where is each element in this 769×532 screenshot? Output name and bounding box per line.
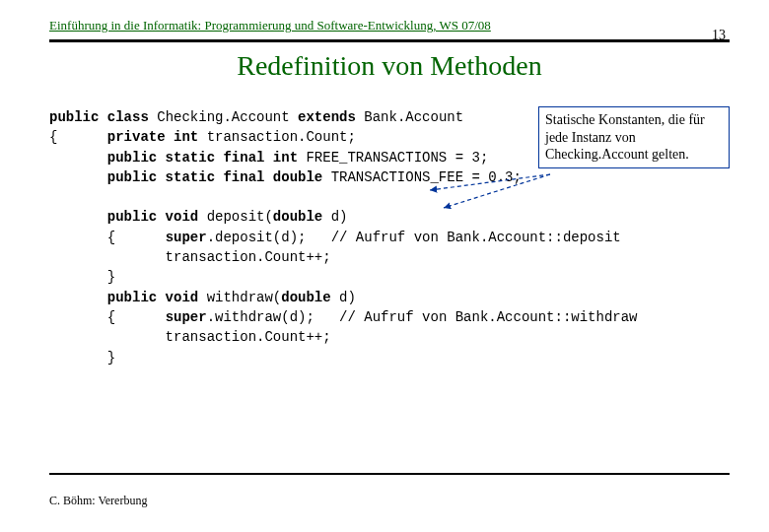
top-rule bbox=[49, 39, 730, 42]
code-line: } bbox=[49, 269, 115, 285]
slide-page: Einführung in die Informatik: Programmie… bbox=[0, 0, 769, 532]
code-line: transaction.Count++; bbox=[49, 329, 331, 345]
code-line: transaction.Count++; bbox=[49, 249, 331, 265]
code-line: public void deposit(double d) bbox=[49, 209, 348, 225]
course-header: Einführung in die Informatik: Programmie… bbox=[49, 18, 730, 35]
code-line: { private int transaction.Count; bbox=[49, 129, 356, 145]
callout-box: Statische Konstanten, die für jede Insta… bbox=[538, 106, 730, 168]
bottom-rule bbox=[49, 473, 730, 475]
code-line: public void withdraw(double d) bbox=[49, 290, 356, 305]
code-line: public static final double TRANSACTIONS_… bbox=[49, 169, 522, 185]
page-number: 13 bbox=[712, 28, 726, 43]
callout-text: Statische Konstanten, die für jede Insta… bbox=[545, 112, 705, 162]
footer-text: C. Böhm: Vererbung bbox=[49, 494, 147, 508]
code-line: { super.deposit(d); // Aufruf von Bank.A… bbox=[49, 230, 621, 245]
code-line bbox=[49, 189, 57, 205]
code-line: public class Checking.Account extends Ba… bbox=[49, 109, 463, 125]
code-line: { super.withdraw(d); // Aufruf von Bank.… bbox=[49, 309, 638, 325]
code-line: public static final int FREE_TRANSACTION… bbox=[49, 150, 488, 166]
slide-title: Redefinition von Methoden bbox=[49, 50, 730, 82]
code-line: } bbox=[49, 350, 115, 366]
